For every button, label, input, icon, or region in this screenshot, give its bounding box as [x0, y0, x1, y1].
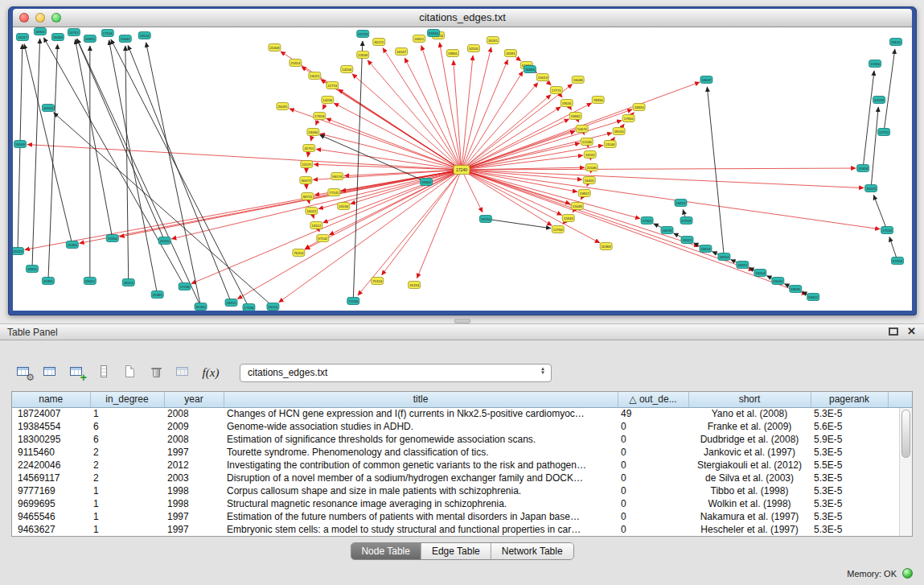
svg-text:16901: 16901 [35, 30, 46, 34]
svg-text:18861: 18861 [448, 51, 458, 56]
cell-short: Franke et al. (2009) [688, 420, 811, 433]
row-height-button[interactable] [92, 362, 115, 383]
cell-short: Wolkin et al. (1998) [688, 497, 811, 510]
table-panel-body: f(x) citations_edges.txt ▲▼ namein_degre… [0, 340, 924, 585]
svg-text:20851: 20851 [85, 37, 96, 41]
create-column-button[interactable] [66, 362, 88, 383]
cell-title: Structural magnetic resonance image aver… [224, 497, 618, 510]
svg-text:97142: 97142 [318, 237, 328, 241]
svg-text:92450: 92450 [196, 305, 207, 309]
svg-text:81830: 81830 [429, 31, 439, 35]
cell-short: Stergiakouli et al. (2012) [688, 459, 811, 472]
svg-text:20395: 20395 [153, 293, 163, 297]
scrollbar-thumb[interactable] [901, 410, 910, 458]
svg-text:17103: 17103 [882, 229, 893, 233]
svg-text:42751: 42751 [304, 146, 314, 150]
network-graph[interactable]: 1724022408218141602112753142042260830172… [13, 27, 912, 311]
svg-text:16162: 16162 [585, 153, 596, 157]
svg-text:18150: 18150 [614, 130, 625, 134]
svg-text:15954: 15954 [108, 237, 118, 241]
cell-title: Corpus callosum shape and size in male p… [224, 484, 618, 497]
cell-name: 18724007 [12, 407, 90, 420]
table-panel-header: Table Panel ✕ [0, 323, 924, 340]
table-mode-button[interactable] [13, 362, 35, 383]
table-row[interactable]: 946554611997Estimation of the future num… [12, 510, 912, 523]
tab-edge-table[interactable]: Edge Table [421, 543, 491, 559]
network-canvas[interactable]: 1724022408218141602112753142042260830172… [13, 27, 912, 311]
svg-text:16021: 16021 [310, 74, 320, 78]
column-header-year[interactable]: year [164, 392, 224, 407]
svg-text:19013: 19013 [538, 76, 548, 80]
table-row[interactable]: 977716911998Corpus callosum shape and si… [12, 484, 912, 497]
cell-short: Jankovic et al. (1997) [688, 446, 811, 459]
table-scrollbar[interactable] [899, 408, 912, 536]
import-table-button[interactable] [172, 362, 195, 383]
svg-text:16690: 16690 [525, 68, 536, 72]
cell-pagerank: 5.3E-5 [811, 407, 888, 420]
cell-out-de-: 0 [618, 523, 688, 536]
panel-splitter[interactable] [0, 315, 924, 323]
svg-text:24921: 24921 [414, 37, 425, 41]
svg-text:12710: 12710 [879, 130, 889, 134]
delete-columns-button[interactable] [146, 362, 168, 383]
svg-text:36711: 36711 [303, 195, 313, 199]
svg-text:12166: 12166 [582, 140, 593, 144]
table-row[interactable]: 1938455462009Genome-wide association stu… [12, 420, 912, 433]
svg-text:30673: 30673 [301, 179, 311, 183]
cell-in-degree: 2 [90, 459, 164, 472]
svg-text:18531: 18531 [562, 101, 573, 105]
svg-text:74850: 74850 [593, 98, 604, 102]
tab-network-table[interactable]: Network Table [491, 543, 573, 559]
create-column-icon [69, 365, 85, 379]
table-row[interactable]: 969969511998Structural magnetic resonanc… [12, 497, 912, 510]
combo-stepper-icon: ▲▼ [540, 367, 545, 375]
cell-out-de-: 0 [618, 497, 688, 510]
table-row[interactable]: 946362711997Embryonic stem cells: a mode… [12, 523, 912, 536]
svg-text:17924: 17924 [643, 219, 653, 223]
table-row[interactable]: 1830029562008Estimation of significance … [12, 433, 912, 446]
cell-short: Yano et al. (2008) [688, 407, 811, 420]
cell-year: 1998 [164, 497, 224, 510]
cell-name: 22420046 [12, 459, 90, 472]
cell-pagerank: 5.9E-5 [811, 433, 888, 446]
node-table: namein_degreeyeartitle△ out_de...shortpa… [11, 391, 913, 537]
table-row[interactable]: 911546021997Tourette syndrome. Phenomeno… [12, 446, 912, 459]
column-header-pagerank[interactable]: pagerank [811, 392, 888, 407]
svg-text:16046: 16046 [573, 78, 584, 82]
table-row[interactable]: 2242004622012Investigating the contribut… [12, 459, 912, 472]
cell-out-de-: 0 [618, 420, 688, 433]
cell-name: 9699695 [12, 497, 90, 510]
cell-name: 9777169 [12, 484, 90, 497]
cell-in-degree: 1 [90, 407, 164, 420]
function-builder-button[interactable]: f(x) [199, 362, 223, 383]
table-source-select[interactable]: citations_edges.txt ▲▼ [240, 364, 552, 382]
table-mode-icon [16, 365, 32, 379]
new-table-button[interactable] [119, 362, 142, 383]
window-titlebar[interactable]: citations_edges.txt [13, 9, 912, 27]
svg-text:99174: 99174 [332, 175, 343, 179]
cell-title: Tourette syndrome. Phenomenology and cla… [224, 446, 618, 459]
svg-text:12575: 12575 [302, 163, 312, 167]
column-header-title[interactable]: title [224, 392, 618, 407]
column-header-out-de-[interactable]: △ out_de... [618, 392, 688, 407]
cell-year: 2012 [164, 459, 224, 472]
svg-text:16815: 16815 [737, 263, 748, 267]
table-header-row: namein_degreeyeartitle△ out_de...shortpa… [12, 392, 912, 407]
table-row[interactable]: 1456911722003Disruption of a novel membe… [12, 472, 912, 484]
svg-text:18302: 18302 [421, 180, 432, 184]
svg-text:16914: 16914 [701, 247, 712, 251]
column-header-name[interactable]: name [12, 392, 90, 407]
cell-short: Nakamura et al. (1997) [688, 510, 811, 523]
cell-out-de-: 49 [618, 407, 688, 420]
column-header-short[interactable]: short [688, 392, 811, 407]
svg-text:17818: 17818 [314, 114, 325, 118]
close-panel-icon[interactable]: ✕ [907, 325, 916, 337]
svg-text:93412: 93412 [808, 295, 819, 299]
table-row[interactable]: 1872400712008Changes of HCN gene express… [12, 407, 912, 420]
cell-in-degree: 1 [90, 510, 164, 523]
float-panel-icon[interactable] [889, 328, 898, 336]
svg-text:18951: 18951 [27, 267, 38, 271]
tab-node-table[interactable]: Node Table [351, 543, 421, 559]
show-columns-button[interactable] [39, 362, 62, 383]
column-header-in-degree[interactable]: in_degree [90, 392, 164, 407]
